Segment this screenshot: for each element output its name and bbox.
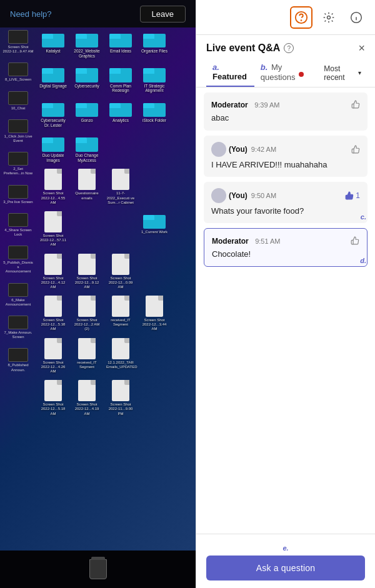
need-help-text: Need help? — [10, 9, 52, 19]
tabs-left: a. Featured b. My questions — [206, 59, 320, 87]
featured-tab-label: Featured — [212, 72, 247, 81]
msg-author-row-3: (You) 9:50 AM — [211, 188, 276, 203]
sort-label: Most recent — [324, 64, 356, 82]
desktop-icon-duochange: Duo Change MyAccess — [72, 134, 101, 163]
desktop-icon-organizefiles: Organize Files — [140, 30, 169, 59]
annotation-e: e. — [282, 544, 288, 552]
thumbs-up-icon-3 — [345, 191, 354, 200]
desktop-file-ss8: Screen Shot 2022-12...3.44 AM — [140, 296, 169, 332]
qa-panel: Live event Q&A ? × a. Featured b. My que… — [196, 35, 375, 588]
desktop-icon-gonzo: Gonzo — [72, 99, 101, 128]
message-card-4-wrapper: Moderator 9:51 AM Chocolate! d. — [204, 228, 368, 267]
msg-text-2: I HAVE ARRIVED!!! muahahaha — [211, 159, 360, 171]
left-header: Need help? Leave — [0, 0, 196, 27]
msg-like-btn-1[interactable] — [351, 100, 360, 109]
sidebar-icon-1click: 1_Click Join LiveEvent — [2, 119, 34, 143]
desktop-file-1212tar: 12.1.2022_TAR Emails_UPDATED — [106, 338, 135, 374]
qa-help-icon[interactable]: ? — [284, 43, 294, 53]
desktop-file-ss5: Screen Shot 2022-12...0.09 AM — [106, 254, 135, 290]
featured-tab-annotation: a. — [212, 62, 219, 72]
msg-header-2: (You) 9:42 AM — [211, 142, 360, 157]
ask-question-button[interactable]: Ask a question — [206, 556, 365, 581]
sidebar-icon-8livescreen: 8_LIVE_Screen — [2, 62, 34, 82]
msg-like-btn-4[interactable] — [351, 236, 359, 245]
sidebar-icon-screenshot1: Screen Shot2022-12...9.47 AM — [2, 30, 34, 54]
trash-icon-container — [89, 559, 107, 579]
info-icon — [350, 11, 362, 24]
msg-time-1: 9:39 AM — [254, 101, 279, 109]
desktop-icon-katalyst: Katalyst — [39, 30, 68, 59]
like-count-3: 1 — [356, 191, 360, 200]
msg-author-4: Moderator — [212, 237, 249, 246]
settings-icon-button[interactable] — [318, 6, 340, 29]
taskbar — [0, 551, 196, 588]
desktop-file-117: 11-7-2022_Executi ve Sum...r Cabinet — [106, 169, 135, 205]
avatar-3 — [211, 188, 226, 203]
sidebar-icon-2set: 2_SetPreferen...in Now — [2, 152, 34, 176]
msg-header-3: (You) 9:50 AM 1 — [211, 188, 360, 203]
qa-tabs: a. Featured b. My questions Most recent … — [196, 54, 375, 87]
sidebar-icon-4share: 4_Share ScreenLock — [2, 213, 34, 237]
info-icon-button[interactable] — [345, 6, 368, 29]
message-card-1: Moderator 9:39 AM abac — [204, 92, 368, 130]
msg-text-4: Chocolate! — [212, 249, 359, 260]
desktop-icons-grid: Katalyst 2022_Website Graphics Email Ide… — [39, 30, 169, 422]
left-panel: Need help? Leave Screen Shot2022-12...9.… — [0, 0, 196, 588]
qa-icon — [294, 11, 308, 24]
qa-title: Live event Q&A — [206, 42, 280, 54]
msg-author-row-1: Moderator 9:39 AM — [211, 99, 279, 110]
avatar-2 — [211, 142, 226, 157]
desktop-file-screenshot2: Screen Shot 2022-12...57.11 AM — [39, 211, 68, 247]
desktop-file-ss10: Screen Shot 2022-12...5.18 AM — [39, 380, 68, 416]
desktop-file-ss11: Screen Shot 2022-12...4.19 AM — [72, 380, 101, 416]
annotation-c: c. — [361, 213, 366, 221]
desktop-background: Screen Shot2022-12...9.47 AM 8_LIVE_Scre… — [0, 27, 196, 551]
msg-author-row-2: (You) 9:42 AM — [211, 142, 276, 157]
desktop-icon-commplan: Comm Plan Redesign — [106, 65, 135, 94]
msg-author-2: (You) — [229, 145, 248, 154]
msg-author-row-4: Moderator 9:51 AM — [212, 235, 280, 246]
annotation-d: d. — [360, 257, 366, 264]
tab-my-questions[interactable]: b. My questions — [254, 59, 320, 87]
desktop-folder-1currentwork: 1_Current Work — [140, 211, 169, 247]
qa-icon-button[interactable] — [290, 6, 312, 29]
msg-author-3: (You) — [229, 191, 248, 200]
sidebar-icon-5publish: 5_Publish_DismissAnnouncement — [2, 246, 34, 274]
ask-btn-container: e. Ask a question — [196, 534, 375, 588]
desktop-file-ss7: Screen Shot 2022-12...2 AM (2) — [72, 296, 101, 332]
msg-like-btn-3[interactable]: 1 — [345, 191, 360, 200]
desktop-file-ss6: Screen Shot 2022-12...5.38 AM — [39, 296, 68, 332]
msg-time-4: 9:51 AM — [255, 237, 280, 245]
msg-like-btn-2[interactable] — [351, 145, 360, 154]
qa-title-row: Live event Q&A ? — [206, 42, 294, 54]
thumbs-up-icon-2 — [351, 145, 360, 154]
thumbs-up-icon-1 — [351, 100, 360, 109]
msg-time-2: 9:42 AM — [251, 146, 276, 153]
message-card-3: (You) 9:50 AM 1 Whats your favorite food… — [204, 182, 368, 223]
sidebar-icon-10chat: 10_Chat — [2, 91, 34, 111]
msg-header-4: Moderator 9:51 AM — [212, 235, 359, 246]
desktop-file-ss9: Screen Shot 2022-12...4.26 AM — [39, 338, 68, 374]
ask-annotation-row: e. — [206, 542, 365, 553]
svg-point-1 — [301, 20, 302, 21]
sidebar-icon-8published: 8_PublishedAnnoun. — [2, 348, 34, 372]
sort-dropdown[interactable]: Most recent ▾ — [320, 62, 365, 84]
desktop-file-questionnaire: Questionnaire emails — [72, 169, 101, 205]
desktop-icon-cybersecuritydr: Cybersecurity Dr. Lester — [39, 99, 68, 128]
leave-button[interactable]: Leave — [140, 6, 186, 22]
messages-area: Moderator 9:39 AM abac — [196, 87, 375, 534]
sidebar-icon-3prelive: 3_Pre live Screen — [2, 185, 34, 204]
sidebar-icons: Screen Shot2022-12...9.47 AM 8_LIVE_Scre… — [2, 30, 34, 372]
msg-text-1: abac — [211, 112, 360, 124]
desktop-icon-duoupdate: Duo Update Images — [39, 134, 68, 163]
sidebar-icon-7makeannoun: 7_Make Announ.Screen — [2, 316, 34, 339]
desktop-icon-2022website: 2022_Website Graphics — [72, 30, 101, 59]
desktop-file-screenshot1: Screen Shot 2022-12...4.55 AM — [39, 169, 68, 205]
qa-close-button[interactable]: × — [358, 42, 365, 54]
desktop-file-ss3: Screen Shot 2022-12...4.12 AM — [39, 254, 68, 290]
tab-featured[interactable]: a. Featured — [206, 59, 254, 87]
desktop-icon-analytics: Analytics — [106, 99, 135, 128]
desktop-icon-istockfolder: iStock Folder — [140, 99, 169, 128]
msg-text-3: Whats your favorite food? — [211, 206, 360, 217]
chevron-down-icon: ▾ — [358, 69, 361, 76]
